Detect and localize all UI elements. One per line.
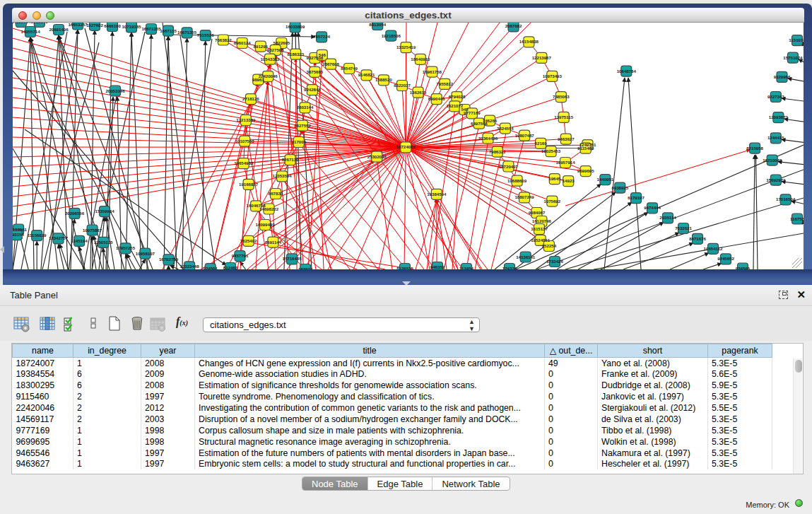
svg-text:10719185: 10719185: [122, 24, 141, 29]
svg-text:1362615: 1362615: [410, 90, 427, 95]
svg-text:12975115: 12975115: [554, 115, 573, 119]
svg-text:19957914: 19957914: [555, 160, 575, 165]
svg-text:10973493: 10973493: [543, 74, 563, 78]
svg-text:8427552: 8427552: [294, 123, 311, 128]
svg-text:16033809: 16033809: [286, 24, 305, 29]
svg-text:3624554: 3624554: [497, 126, 514, 131]
svg-text:10648784: 10648784: [617, 69, 637, 74]
svg-text:9463627: 9463627: [558, 136, 575, 141]
svg-text:7485063: 7485063: [553, 94, 570, 99]
svg-text:9227343: 9227343: [767, 94, 784, 99]
svg-text:14136141: 14136141: [516, 255, 536, 259]
svg-text:12093873: 12093873: [769, 115, 789, 119]
svg-text:9245652: 9245652: [717, 256, 734, 261]
svg-text:946352: 946352: [430, 264, 445, 269]
svg-text:12505135: 12505135: [94, 240, 114, 245]
svg-text:1527602: 1527602: [86, 23, 103, 28]
svg-text:9133061: 9133061: [13, 227, 28, 232]
svg-text:19166827: 19166827: [239, 182, 259, 187]
svg-text:8322037: 8322037: [394, 83, 411, 88]
svg-text:12353594: 12353594: [273, 173, 293, 178]
svg-text:10807487: 10807487: [515, 133, 535, 138]
svg-text:8186323: 8186323: [287, 52, 304, 57]
svg-text:891295: 891295: [254, 44, 269, 49]
svg-text:7625402: 7625402: [240, 238, 257, 243]
svg-text:8813054: 8813054: [369, 23, 386, 27]
svg-text:14055714: 14055714: [13, 23, 31, 24]
svg-text:546: 546: [319, 52, 326, 57]
svg-text:2069140: 2069140: [31, 23, 48, 24]
svg-text:8471676: 8471676: [689, 236, 706, 241]
svg-text:19384594: 19384594: [427, 192, 447, 197]
svg-text:9777169: 9777169: [464, 110, 481, 115]
svg-text:19524851: 19524851: [531, 238, 551, 243]
svg-text:1733426: 1733426: [546, 259, 563, 264]
svg-text:2718126: 2718126: [242, 96, 259, 101]
svg-text:1588520: 1588520: [375, 77, 392, 82]
svg-text:3675685: 3675685: [307, 69, 324, 74]
svg-text:14099489: 14099489: [255, 222, 275, 227]
svg-text:10107553: 10107553: [235, 139, 255, 144]
svg-text:6466100: 6466100: [104, 23, 121, 28]
svg-text:25302033: 25302033: [367, 154, 387, 159]
svg-text:9084067: 9084067: [529, 210, 546, 215]
svg-text:16782759: 16782759: [159, 257, 179, 262]
svg-text:20691406: 20691406: [49, 27, 69, 32]
svg-text:18640910: 18640910: [411, 57, 430, 62]
svg-text:10688609: 10688609: [507, 178, 527, 183]
svg-text:12213389: 12213389: [236, 117, 256, 122]
svg-text:20053346: 20053346: [105, 88, 125, 93]
svg-text:16120746: 16120746: [532, 218, 552, 223]
svg-text:13325419: 13325419: [396, 45, 416, 49]
svg-text:5822605: 5822605: [273, 40, 290, 45]
svg-text:7986322: 7986322: [489, 149, 506, 154]
svg-text:9699695: 9699695: [577, 168, 594, 173]
svg-text:1145194: 1145194: [71, 238, 88, 243]
svg-text:14698222: 14698222: [259, 206, 279, 211]
svg-text:12342757: 12342757: [49, 235, 69, 240]
svg-text:9242848: 9242848: [304, 87, 321, 92]
svg-text:9474444: 9474444: [644, 205, 661, 210]
svg-text:116753: 116753: [790, 216, 804, 221]
svg-text:10654112: 10654112: [704, 246, 723, 251]
svg-text:6794028: 6794028: [449, 94, 466, 99]
svg-text:7955812: 7955812: [436, 81, 453, 86]
svg-text:10543382: 10543382: [260, 57, 280, 62]
svg-text:746266: 746266: [483, 118, 498, 123]
svg-text:98961: 98961: [252, 77, 265, 82]
svg-text:1075692: 1075692: [543, 199, 560, 204]
svg-text:7663822: 7663822: [215, 37, 232, 42]
svg-text:7515526: 7515526: [197, 33, 214, 37]
svg-text:15692971: 15692971: [766, 177, 786, 182]
svg-text:1667135: 1667135: [160, 28, 177, 33]
svg-text:16671355: 16671355: [177, 30, 197, 35]
svg-text:2867608: 2867608: [322, 62, 339, 66]
svg-text:16671355: 16671355: [141, 26, 161, 31]
svg-text:8938925: 8938925: [611, 185, 628, 190]
svg-text:15720407: 15720407: [499, 164, 519, 169]
svg-text:18724007: 18724007: [396, 144, 416, 149]
svg-text:1691144: 1691144: [265, 240, 282, 245]
svg-text:2087682: 2087682: [505, 23, 522, 28]
svg-text:9329966: 9329966: [774, 74, 791, 79]
svg-text:9115460: 9115460: [577, 146, 594, 151]
svg-text:9146821: 9146821: [358, 72, 375, 77]
svg-text:16961758: 16961758: [423, 69, 442, 74]
svg-text:1615137: 1615137: [531, 226, 548, 231]
svg-text:8990448: 8990448: [428, 96, 445, 101]
svg-text:16154838: 16154838: [519, 39, 539, 44]
svg-text:15716485: 15716485: [283, 256, 302, 261]
svg-text:8960124: 8960124: [234, 40, 251, 45]
svg-text:7857224: 7857224: [313, 34, 330, 39]
svg-text:12323448: 12323448: [180, 264, 200, 269]
svg-text:19645: 19645: [548, 176, 561, 181]
svg-text:867833: 867833: [269, 191, 283, 196]
svg-text:11156829: 11156829: [28, 233, 47, 238]
svg-text:10958107: 10958107: [136, 251, 155, 256]
svg-text:16210043: 16210043: [763, 158, 782, 163]
svg-text:8454749: 8454749: [341, 66, 358, 71]
svg-text:8267130: 8267130: [282, 157, 299, 162]
svg-text:2803144: 2803144: [297, 105, 314, 110]
svg-text:2935114: 2935114: [659, 215, 676, 220]
svg-text:1151074: 1151074: [789, 37, 804, 42]
